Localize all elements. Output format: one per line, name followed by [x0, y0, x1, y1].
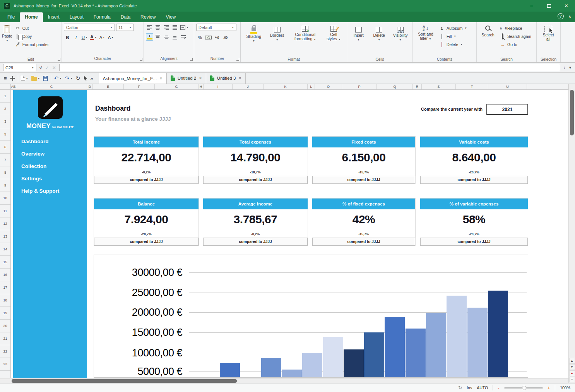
pan-button[interactable]: [9, 74, 17, 83]
function-icon[interactable]: √: [39, 65, 42, 70]
row-header[interactable]: 10: [0, 192, 10, 205]
sort-filter-button[interactable]: AZ↓ Sort and filter ▼: [415, 24, 436, 56]
save-button[interactable]: [41, 74, 50, 83]
scroll-down-button[interactable]: ▼: [569, 364, 575, 370]
row-header[interactable]: 2: [0, 103, 10, 115]
close-button[interactable]: ✕: [558, 0, 575, 12]
row-header[interactable]: 7: [0, 154, 10, 166]
column-header[interactable]: U: [488, 84, 527, 89]
row-header[interactable]: 8: [0, 166, 10, 179]
cell-reference-box[interactable]: C29▼: [3, 64, 36, 71]
close-tab-icon[interactable]: ✕: [199, 76, 202, 80]
column-header[interactable]: F: [124, 84, 155, 89]
merge-cells-button[interactable]: ▼: [180, 24, 189, 31]
dialog-launcher-icon[interactable]: [140, 58, 142, 61]
zoom-slider[interactable]: [504, 387, 543, 389]
spreadsheet[interactable]: 123567891011121314151617181920212223 MON…: [0, 90, 568, 378]
search-again-button[interactable]: Search again: [499, 33, 532, 40]
document-tab-1[interactable]: Ashampoo_Money_for_E... ✕: [99, 73, 167, 84]
recalculate-icon[interactable]: ↻: [458, 385, 462, 390]
conditional-formatting-button[interactable]: > Conditional formatting ▼: [289, 24, 321, 56]
text-direction-button[interactable]: T: [146, 33, 153, 41]
borders-button[interactable]: Borders ▼: [267, 24, 288, 56]
column-header[interactable]: E: [93, 84, 124, 89]
wrap-text-button[interactable]: [180, 33, 187, 41]
menu-tab-data[interactable]: Data: [116, 12, 135, 22]
cut-button[interactable]: ✂Cut: [14, 24, 50, 32]
toolbar-overflow-button[interactable]: »: [89, 74, 95, 83]
visibility-button[interactable]: Visibility ▼: [390, 24, 411, 56]
horizontal-scrollbar-thumb[interactable]: [12, 379, 237, 383]
minimize-button[interactable]: –: [523, 0, 540, 12]
row-header[interactable]: 5: [0, 128, 10, 141]
row-header[interactable]: 9: [0, 179, 10, 192]
new-document-button[interactable]: ▼: [19, 74, 30, 83]
document-tab-3[interactable]: Untitled 3 ✕: [206, 73, 246, 84]
row-header[interactable]: 6: [0, 141, 10, 154]
auto-mode-indicator[interactable]: AUTO: [477, 385, 488, 390]
row-header[interactable]: 18: [0, 294, 10, 307]
column-header[interactable]: H: [199, 84, 204, 89]
sidebar-item-help-support[interactable]: Help & Support: [13, 185, 87, 197]
row-header[interactable]: 19: [0, 307, 10, 320]
sidebar-item-collection[interactable]: Collection: [13, 160, 87, 173]
formula-input[interactable]: [59, 64, 560, 71]
undo-button[interactable]: ↶▼: [52, 74, 63, 83]
font-size-select[interactable]: 11▼: [116, 24, 134, 31]
row-header[interactable]: 20: [0, 320, 10, 332]
delete-contents-button[interactable]: Delete▼: [438, 41, 468, 48]
close-tab-icon[interactable]: ✕: [159, 77, 163, 80]
maximize-button[interactable]: [540, 0, 558, 12]
align-left-button[interactable]: [146, 24, 153, 31]
column-header[interactable]: L: [308, 84, 315, 89]
grow-font-button[interactable]: A▲: [98, 34, 106, 41]
row-header[interactable]: 13: [0, 230, 10, 243]
font-name-select[interactable]: Calibri▼: [64, 24, 115, 31]
menu-tab-review[interactable]: Review: [135, 12, 161, 22]
shrink-font-button[interactable]: A▼: [107, 34, 114, 41]
format-painter-button[interactable]: Format painter: [14, 41, 50, 48]
compare-year-input[interactable]: 2021: [486, 104, 528, 115]
autosum-button[interactable]: ΣAutosum▼: [438, 24, 468, 32]
menu-tab-layout[interactable]: Layout: [65, 12, 89, 22]
column-header[interactable]: S: [422, 84, 456, 89]
align-right-button[interactable]: [163, 24, 170, 31]
column-header[interactable]: K: [264, 84, 308, 89]
redo-button[interactable]: ↷▼: [63, 74, 74, 83]
increase-decimals-button[interactable]: +.0: [213, 34, 221, 41]
align-top-button[interactable]: [154, 33, 162, 41]
font-color-button[interactable]: A ▼: [89, 34, 97, 41]
column-header[interactable]: T: [456, 84, 488, 89]
row-header[interactable]: 12: [0, 217, 10, 230]
dialog-launcher-icon[interactable]: [236, 58, 239, 61]
row-header[interactable]: 14: [0, 243, 10, 256]
zoom-out-button[interactable]: -: [498, 385, 499, 391]
horizontal-scrollbar[interactable]: [0, 378, 568, 383]
expand-formula-bar-icon[interactable]: ↕: [563, 65, 565, 70]
justify-button[interactable]: [171, 24, 179, 31]
menu-tab-view[interactable]: View: [161, 12, 181, 22]
align-middle-button[interactable]: [163, 33, 170, 41]
refresh-button[interactable]: ↻: [74, 74, 82, 83]
row-header[interactable]: 15: [0, 256, 10, 269]
menu-button[interactable]: ≡: [2, 74, 9, 83]
pointer-button[interactable]: [82, 74, 89, 83]
scroll-up-button[interactable]: ▲: [569, 358, 575, 364]
row-header[interactable]: 21: [0, 332, 10, 345]
row-header[interactable]: 3: [0, 115, 10, 128]
column-header[interactable]: J: [233, 84, 264, 89]
zoom-slider-thumb[interactable]: [522, 386, 526, 390]
cell-styles-button[interactable]: Cell styles ▼: [322, 24, 345, 56]
zoom-level[interactable]: 100%: [560, 385, 570, 390]
insert-cells-button[interactable]: Insert ▼: [349, 24, 368, 56]
select-all-button[interactable]: Select all: [539, 24, 558, 56]
column-header[interactable]: C: [16, 84, 87, 89]
row-header[interactable]: 16: [0, 269, 10, 281]
sidebar-item-overview[interactable]: Overview: [13, 148, 87, 160]
dialog-launcher-icon[interactable]: [58, 58, 60, 61]
column-header[interactable]: D: [87, 84, 93, 89]
open-button[interactable]: ▼: [30, 74, 41, 83]
sidebar-item-dashboard[interactable]: Dashboard: [13, 135, 87, 148]
sidebar-item-settings[interactable]: Settings: [13, 173, 87, 185]
menu-tab-home[interactable]: Home: [20, 12, 43, 22]
